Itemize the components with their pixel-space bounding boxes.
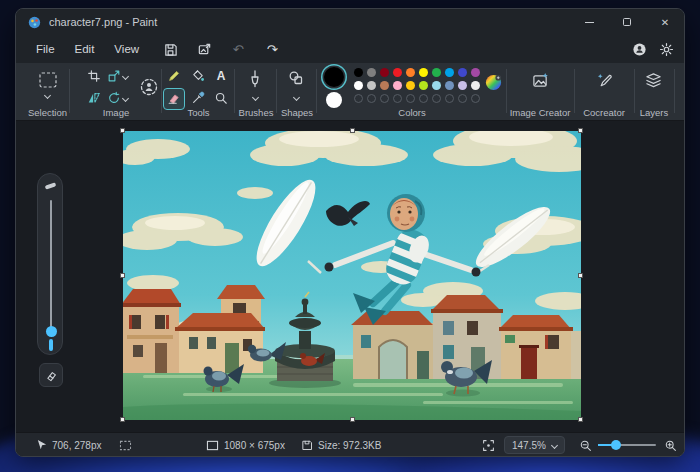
menu-edit[interactable]: Edit: [65, 40, 105, 58]
export-icon: [197, 42, 212, 57]
color-swatch[interactable]: [380, 81, 389, 90]
edit-colors-button[interactable]: [484, 73, 503, 92]
color-swatch[interactable]: [445, 68, 454, 77]
color-swatch[interactable]: [432, 81, 441, 90]
selection-handle[interactable]: [578, 417, 583, 422]
selection-handle[interactable]: [350, 128, 355, 133]
size-slider-thumb[interactable]: [46, 326, 57, 337]
remove-background-button[interactable]: [139, 77, 159, 97]
color-swatch[interactable]: [445, 81, 454, 90]
group-image: Image: [71, 63, 161, 121]
custom-color-slot[interactable]: [458, 94, 467, 103]
settings-button[interactable]: [659, 42, 674, 57]
cocreator-button[interactable]: [596, 72, 613, 89]
custom-color-slot[interactable]: [432, 94, 441, 103]
eraser-button[interactable]: [167, 91, 181, 105]
shapes-button[interactable]: [288, 70, 304, 86]
color-swatch[interactable]: [393, 81, 402, 90]
flip-button[interactable]: [87, 91, 101, 105]
selection-handle[interactable]: [350, 417, 355, 422]
layers-button[interactable]: [645, 72, 662, 89]
color-swatch[interactable]: [419, 68, 428, 77]
minimize-button[interactable]: [570, 9, 608, 35]
menu-view[interactable]: View: [104, 40, 149, 58]
color-swatch[interactable]: [354, 68, 363, 77]
maximize-button[interactable]: [608, 9, 646, 35]
custom-color-slot[interactable]: [354, 94, 363, 103]
resize-button[interactable]: [107, 69, 121, 83]
color-swatch[interactable]: [458, 81, 467, 90]
canvas-size: 1080 × 675px: [224, 440, 285, 451]
color-swatch[interactable]: [471, 68, 480, 77]
title-bar[interactable]: character7.png - Paint ✕: [16, 9, 684, 35]
custom-color-slot[interactable]: [367, 94, 376, 103]
canvas[interactable]: [123, 131, 581, 420]
selection-handle[interactable]: [120, 128, 125, 133]
custom-color-slot[interactable]: [445, 94, 454, 103]
zoom-in-button[interactable]: [664, 433, 677, 457]
selection-tool-button[interactable]: [38, 71, 58, 89]
color-swatch[interactable]: [354, 81, 363, 90]
color-swatch[interactable]: [406, 81, 415, 90]
fill-button[interactable]: [191, 69, 205, 83]
zoom-slider[interactable]: [598, 433, 656, 457]
export-button[interactable]: [191, 39, 217, 59]
custom-color-slot[interactable]: [406, 94, 415, 103]
zoom-out-button[interactable]: [579, 433, 592, 457]
save-button[interactable]: [157, 39, 183, 59]
color-swatch[interactable]: [367, 68, 376, 77]
selection-handle[interactable]: [120, 417, 125, 422]
color-swatch[interactable]: [367, 81, 376, 90]
zoom-slider-thumb[interactable]: [611, 440, 621, 450]
image-creator-icon: [532, 72, 549, 89]
color-wheel-icon: [484, 73, 503, 92]
crop-button[interactable]: [87, 69, 101, 83]
rotate-dropdown[interactable]: [123, 96, 128, 101]
palette-row-custom: [354, 94, 480, 103]
cursor-position: 706, 278px: [52, 440, 102, 451]
color-swatch[interactable]: [432, 68, 441, 77]
image-creator-button[interactable]: [532, 72, 549, 89]
color-swatch[interactable]: [458, 68, 467, 77]
color-swatch[interactable]: [380, 68, 389, 77]
selection-handle[interactable]: [578, 273, 583, 278]
selection-size-icon: [119, 440, 132, 451]
brushes-button[interactable]: [247, 70, 263, 88]
text-tool-button[interactable]: A: [214, 68, 228, 84]
undo-button[interactable]: ↶: [225, 39, 251, 59]
account-button[interactable]: [632, 42, 647, 57]
group-colors: Colors: [318, 63, 506, 121]
color-picker-button[interactable]: [191, 91, 205, 105]
resize-dropdown[interactable]: [123, 74, 128, 79]
selection-dropdown[interactable]: [45, 93, 50, 98]
custom-color-slot[interactable]: [419, 94, 428, 103]
foreground-color-swatch[interactable]: [324, 67, 344, 87]
background-color-swatch[interactable]: [326, 92, 342, 108]
color-swatch[interactable]: [471, 81, 480, 90]
magnifier-button[interactable]: [214, 91, 228, 105]
pencil-button[interactable]: [167, 69, 181, 83]
selection-handle[interactable]: [578, 128, 583, 133]
custom-color-slot[interactable]: [380, 94, 389, 103]
size-slider-track[interactable]: [50, 200, 52, 328]
selection-handle[interactable]: [120, 273, 125, 278]
active-tool-eraser-button[interactable]: [39, 363, 63, 387]
zoom-slider-track[interactable]: [598, 444, 656, 446]
command-bar: File Edit View ↶ ↷: [16, 35, 684, 63]
zoom-level-dropdown[interactable]: 147.5%: [504, 433, 565, 457]
menu-file[interactable]: File: [26, 40, 65, 58]
close-button[interactable]: ✕: [646, 9, 684, 35]
group-label: Layers: [634, 107, 674, 118]
color-swatch[interactable]: [393, 68, 402, 77]
fit-to-screen-button[interactable]: [482, 433, 495, 457]
custom-color-slot[interactable]: [393, 94, 402, 103]
shapes-dropdown[interactable]: [294, 95, 299, 100]
rotate-button[interactable]: [107, 91, 121, 105]
color-swatch[interactable]: [406, 68, 415, 77]
color-swatch[interactable]: [419, 81, 428, 90]
redo-button[interactable]: ↷: [259, 39, 285, 59]
custom-color-slot[interactable]: [471, 94, 480, 103]
brushes-dropdown[interactable]: [253, 95, 258, 100]
group-shapes: Shapes: [278, 63, 316, 121]
group-label: Selection: [26, 107, 69, 118]
